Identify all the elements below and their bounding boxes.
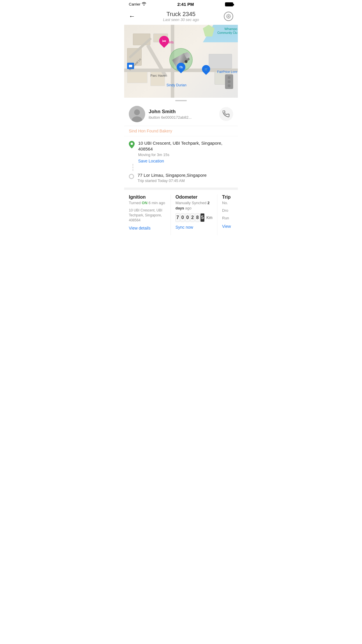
odo-unit: Km [206,215,212,220]
odometer-sync-link[interactable]: Sync now [175,225,212,230]
odo-digit-1: 0 [180,213,185,222]
location-section: 10 UBI Crescent, UBI Techpark, Singapore… [124,136,238,190]
map-label-fairprice: FairPrice Lore [217,70,237,74]
odo-digit-2: 0 [185,213,190,222]
dotted-connector [133,164,133,171]
svg-point-0 [228,16,229,17]
traffic-light-icon [225,74,233,89]
connector-area [129,163,233,172]
trip-dro: Dro [222,208,233,213]
partial-text-label: Sind Hon Found Bakery [129,129,172,133]
header-action-area [223,12,233,21]
driver-section: John Smith ibutton 6e0000172ab82... [124,102,238,126]
status-bar: Carrier 2:41 PM [124,0,238,8]
phone-button[interactable] [219,107,233,121]
wifi-icon [142,2,146,6]
ignition-title: Ignition [129,195,166,200]
header: ← Truck 2345 Last seen 30 sec ago [124,8,238,25]
trip-stat: Trip No. Dro Run View [217,195,238,235]
driver-info: John Smith ibutton 6e0000172ab82... [145,109,219,120]
drag-handle[interactable] [124,98,238,102]
odo-digit-4: 8 [195,213,200,222]
svg-point-7 [131,143,133,145]
trip-title: Trip [222,195,233,200]
battery-icon [225,2,233,6]
odo-digit-3: 2 [190,213,195,222]
odometer-title: Odometer [175,195,212,200]
driver-ibutton: ibutton 6e0000172ab82... [149,115,219,120]
ignition-view-link[interactable]: View details [129,226,166,230]
map-label-sindy: Sindy Durian [166,83,187,87]
trip-location-details: 77 Lor Limau, Singapore,Singapore Trip s… [138,173,233,183]
ignition-address: 10 UBI Crescent, UBI Techpark, Singapore… [129,208,166,223]
map-label-cradels: Cradels [161,40,174,44]
odo-digit-5: 5 [200,213,205,222]
back-button[interactable]: ← [129,13,139,20]
last-seen-time: 30 sec ago [180,18,199,22]
stats-section: Ignition Turned ON 6 min ago 10 UBI Cres… [124,190,238,235]
ignition-desc: Turned ON 6 min ago [129,200,166,206]
current-address: 10 UBI Crescent, UBI Techpark, Singapore… [138,140,233,152]
moving-status: Moving for 3m 15s [138,153,233,157]
save-location-button[interactable]: Save Location [138,159,233,163]
trip-location-row: 77 Lor Limau, Singapore,Singapore Trip s… [129,173,233,183]
odometer-desc: Manually Synched 2 days ago [175,200,212,211]
time-display: 2:41 PM [178,2,194,7]
map-label-whampo: Whampo [224,27,237,31]
current-location-row: 10 UBI Crescent, UBI Techpark, Singapore… [129,140,233,163]
map-view[interactable]: 🛏 🛍 🛒 Cradels Parc Haven Sindy Durian Fa… [124,25,238,98]
trip-address: 77 Lor Limau, Singapore,Singapore [138,173,233,178]
last-seen-subtitle: Last seen 30 sec ago [139,18,223,22]
avatar [129,106,145,122]
odo-digit-0: 7 [175,213,180,222]
map-label-community: Community Clu [217,31,237,34]
trip-origin-dot [129,174,134,179]
drag-handle-bar [175,100,187,101]
connector-line-wrapper [129,163,135,172]
trip-view-link[interactable]: View [222,224,233,229]
trip-run: Run [222,216,233,221]
driver-name: John Smith [149,109,219,115]
odometer-stat: Odometer Manually Synched 2 days ago 700… [171,195,217,235]
carrier-wifi: Carrier [129,2,146,6]
ignition-stat: Ignition Turned ON 6 min ago 10 UBI Cres… [124,195,171,235]
settings-button[interactable] [224,12,233,21]
connector-spacer [138,163,233,172]
last-seen-prefix: Last seen [163,18,180,22]
partial-bakery-text: Sind Hon Found Bakery [124,126,238,136]
current-location-details: 10 UBI Crescent, UBI Techpark, Singapore… [138,140,233,163]
page-title: Truck 2345 [139,11,223,18]
location-pin-icon [129,141,135,150]
fairprice-pin: 🛒 [202,65,210,73]
shopping-pin: 🛍 [177,63,185,71]
odometer-display: 700285Km [175,213,212,222]
carrier-label: Carrier [129,2,140,6]
trip-start-time: Trip started Today 07:45 AM [138,178,233,183]
header-center: Truck 2345 Last seen 30 sec ago [139,11,223,22]
map-label-parc-haven: Parc Haven [150,74,167,77]
trip-no: No. [222,200,233,206]
svg-point-5 [134,109,140,115]
